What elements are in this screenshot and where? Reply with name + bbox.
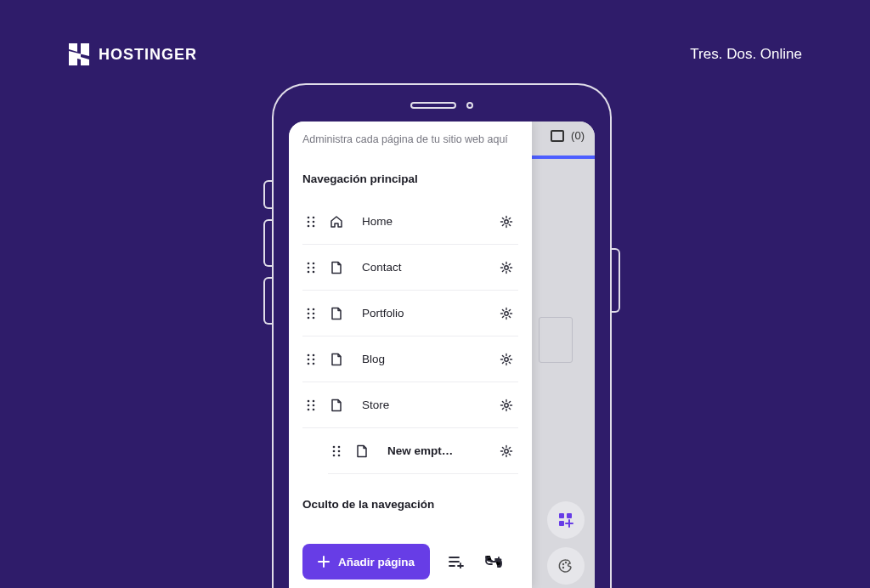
- svg-point-47: [505, 449, 508, 452]
- page-settings-button[interactable]: [494, 353, 518, 366]
- add-list-button[interactable]: [445, 551, 467, 573]
- add-section-fab[interactable]: [547, 501, 585, 539]
- nav-item-label: Portfolio: [353, 307, 494, 319]
- nav-item-store[interactable]: Store: [302, 382, 518, 428]
- drag-handle-icon[interactable]: [302, 399, 319, 411]
- nav-item-new-empty[interactable]: New empt…: [328, 428, 518, 474]
- drag-handle-icon[interactable]: [302, 353, 319, 365]
- nav-item-label: Home: [353, 215, 494, 228]
- page-settings-button[interactable]: [494, 399, 518, 412]
- svg-point-25: [313, 316, 315, 319]
- svg-point-41: [333, 445, 336, 448]
- svg-point-9: [313, 220, 315, 223]
- svg-point-10: [308, 224, 310, 227]
- phone-side-button: [263, 180, 272, 209]
- svg-point-20: [308, 308, 310, 310]
- page-settings-button[interactable]: [494, 261, 518, 274]
- page-icon: [345, 444, 379, 458]
- add-page-button[interactable]: Añadir página: [302, 544, 430, 580]
- svg-point-7: [313, 216, 315, 218]
- svg-point-17: [308, 270, 310, 273]
- add-link-button[interactable]: [483, 551, 505, 573]
- brand-name: HOSTINGER: [99, 46, 197, 64]
- svg-point-38: [308, 408, 310, 410]
- svg-point-16: [313, 266, 315, 269]
- drag-handle-icon[interactable]: [302, 216, 319, 228]
- svg-point-44: [338, 449, 341, 452]
- nav-item-portfolio[interactable]: Portfolio: [302, 291, 518, 336]
- svg-point-13: [308, 262, 310, 264]
- nav-item-label: Contact: [353, 261, 494, 274]
- svg-point-30: [313, 358, 315, 360]
- brand-logo: HOSTINGER: [68, 42, 197, 66]
- phone-camera: [466, 102, 473, 109]
- panel-hint: Administra cada página de tu sitio web a…: [289, 122, 532, 155]
- page-icon: [319, 307, 353, 320]
- svg-point-31: [308, 362, 310, 365]
- phone-notch: [410, 102, 473, 109]
- drag-handle-icon[interactable]: [302, 262, 319, 274]
- nav-item-contact[interactable]: Contact: [302, 245, 518, 291]
- editor-accent-bar: [527, 155, 595, 159]
- svg-point-5: [562, 567, 564, 568]
- plus-icon: [318, 556, 330, 568]
- nav-item-blog[interactable]: Blog: [302, 336, 518, 382]
- svg-point-46: [338, 454, 341, 456]
- svg-point-40: [505, 403, 508, 406]
- page-icon: [319, 353, 353, 366]
- hidden-nav-section-title: Oculto de la navegación: [289, 474, 532, 519]
- phone-screen: (0) Administra cada página de tu sitio w…: [289, 122, 595, 588]
- svg-point-26: [505, 311, 508, 314]
- drag-handle-icon[interactable]: [302, 308, 319, 319]
- nav-item-label: Store: [353, 399, 494, 411]
- svg-rect-0: [559, 513, 564, 518]
- svg-point-45: [333, 454, 336, 456]
- grid-plus-icon: [558, 512, 573, 528]
- svg-rect-1: [567, 513, 572, 518]
- svg-point-36: [308, 404, 310, 406]
- svg-point-11: [313, 224, 315, 227]
- svg-point-8: [308, 220, 310, 223]
- svg-point-19: [505, 265, 508, 269]
- svg-rect-2: [559, 521, 564, 526]
- svg-point-28: [313, 353, 315, 356]
- svg-point-4: [565, 562, 567, 563]
- style-fab[interactable]: [547, 547, 585, 585]
- phone-power-button: [612, 248, 620, 313]
- svg-point-3: [562, 563, 564, 565]
- svg-point-12: [505, 219, 508, 223]
- page-settings-button[interactable]: [494, 444, 518, 458]
- page-settings-button[interactable]: [494, 307, 518, 320]
- svg-point-34: [308, 399, 310, 402]
- palette-icon: [558, 558, 573, 574]
- phone-volume-up-button: [263, 219, 272, 267]
- link-icon: [485, 556, 502, 568]
- svg-point-42: [338, 445, 341, 448]
- drag-handle-icon[interactable]: [328, 445, 345, 457]
- editor-placeholder-box: [539, 317, 573, 363]
- page-icon: [319, 399, 353, 412]
- tagline: Tres. Dos. Online: [690, 46, 802, 63]
- svg-point-23: [313, 312, 315, 314]
- svg-point-33: [505, 357, 508, 360]
- nav-item-label: New empt…: [379, 444, 494, 457]
- viewport-icon: [551, 130, 564, 142]
- panel-footer: Añadir página: [289, 544, 532, 588]
- nav-item-home[interactable]: Home: [302, 199, 518, 245]
- hostinger-logo-icon: [68, 42, 90, 66]
- svg-point-18: [313, 270, 315, 273]
- svg-point-24: [308, 316, 310, 319]
- pages-panel: Administra cada página de tu sitio web a…: [289, 122, 532, 588]
- main-nav-section-title: Navegación principal: [289, 155, 532, 194]
- page-icon: [319, 261, 353, 274]
- svg-point-29: [308, 358, 310, 360]
- playlist-add-icon: [449, 555, 464, 568]
- svg-point-6: [308, 216, 310, 218]
- cart-count: (0): [571, 129, 585, 142]
- add-page-label: Añadir página: [338, 556, 415, 568]
- nav-list: Home Contact: [289, 194, 532, 474]
- svg-point-39: [313, 408, 315, 410]
- page-settings-button[interactable]: [494, 215, 518, 229]
- svg-point-22: [308, 312, 310, 314]
- svg-point-15: [308, 266, 310, 269]
